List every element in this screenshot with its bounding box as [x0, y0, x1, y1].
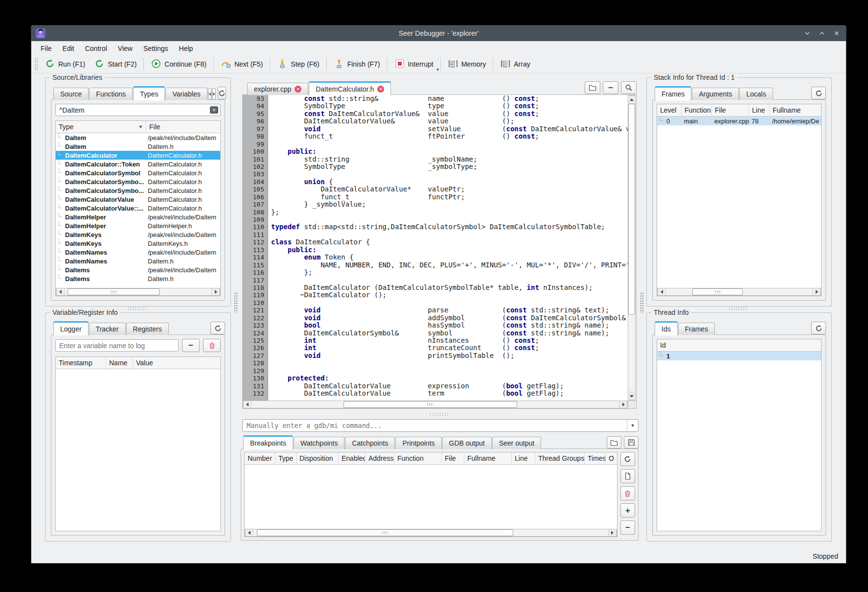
scroll-left-icon[interactable] — [243, 401, 251, 408]
column-header-id[interactable]: Id — [657, 339, 821, 351]
tab-functions[interactable]: Functions — [89, 88, 133, 100]
tab-close-icon[interactable]: ✕ — [295, 86, 301, 93]
frames-hscrollbar[interactable] — [657, 288, 821, 296]
maximize-icon[interactable] — [819, 30, 825, 37]
tab-scroll-right-icon[interactable] — [212, 88, 216, 100]
splitter-handle[interactable] — [234, 292, 238, 313]
refresh-button[interactable] — [811, 322, 826, 334]
types-row[interactable]: DaItems/peak/rel/include/DaItem — [56, 265, 220, 274]
types-row[interactable]: DaItemKeysDaItemKeys.h — [56, 239, 220, 248]
column-header-value[interactable]: Value — [133, 357, 220, 369]
splitter-handle[interactable] — [640, 292, 644, 313]
delete-breakpoint-button[interactable] — [620, 486, 635, 500]
types-row[interactable]: DaItemDaItem.h — [56, 142, 220, 151]
editor-tab-daitemcalculator-h[interactable]: DaItemCalculator.h✕ — [309, 81, 391, 95]
column-header-times[interactable]: Times — [585, 452, 606, 464]
types-row[interactable]: DaItemNamesDaItem.h — [56, 257, 220, 265]
column-header-file[interactable]: File — [146, 121, 220, 133]
code-view[interactable]: const std::string& name () const; Symbol… — [268, 95, 628, 401]
column-header-thread-groups[interactable]: Thread Groups — [535, 452, 585, 464]
editor-tab-explorer-cpp[interactable]: explorer.cpp✕ — [247, 83, 308, 95]
toolbar-drag-handle[interactable] — [34, 58, 38, 71]
column-header-name[interactable]: Name — [106, 357, 133, 369]
editor-vscrollbar[interactable] — [628, 95, 636, 401]
column-header-file[interactable]: File — [712, 104, 749, 116]
column-header-type[interactable]: Type▼ — [56, 121, 146, 133]
scroll-right-icon[interactable] — [619, 401, 627, 408]
clear-field-icon[interactable]: ✕ — [210, 106, 218, 114]
tab-logger[interactable]: Logger — [53, 321, 89, 335]
toolbar-button-start-f2[interactable]: Start (F2) — [90, 57, 141, 71]
column-header-timestamp[interactable]: Timestamp — [56, 357, 106, 369]
types-row[interactable]: DaItemHelper/peak/rel/include/DaItem — [56, 213, 220, 221]
refresh-button[interactable] — [210, 322, 225, 334]
refresh-button[interactable] — [811, 87, 826, 99]
scroll-down-icon[interactable] — [628, 392, 635, 400]
tab-arguments[interactable]: Arguments — [692, 88, 739, 100]
types-row[interactable]: DaItemCalculatorSymbo...DaItemCalculator… — [56, 177, 220, 186]
tab-locals[interactable]: Locals — [739, 88, 773, 100]
column-header-type[interactable]: Type — [275, 452, 297, 464]
tab-watchpoints[interactable]: Watchpoints — [294, 437, 345, 449]
scroll-right-icon[interactable] — [211, 288, 220, 295]
column-header-enabled[interactable]: Enabled — [339, 452, 365, 464]
types-row[interactable]: DaItemKeys/peak/rel/include/DaItem — [56, 230, 220, 239]
scroll-right-icon[interactable] — [608, 529, 617, 536]
types-row[interactable]: DaItemCalculatorValue::...DaItemCalculat… — [56, 204, 220, 213]
menu-file[interactable]: File — [35, 41, 57, 55]
tab-printpoints[interactable]: Printpoints — [395, 437, 441, 449]
enable-breakpoint-button[interactable]: + — [620, 503, 635, 518]
scroll-thumb[interactable] — [257, 529, 513, 536]
thread-id-row[interactable]: 1 — [657, 352, 821, 360]
types-row[interactable]: DaItemHelperDaItemHelper.h — [56, 221, 220, 230]
column-header-address[interactable]: Address — [365, 452, 394, 464]
tab-tracker[interactable]: Tracker — [89, 323, 126, 335]
type-search-input[interactable] — [55, 104, 221, 116]
column-header-number[interactable]: Number — [245, 452, 275, 464]
open-file-button[interactable] — [585, 81, 600, 94]
column-header-file[interactable]: File — [442, 452, 464, 464]
column-header-function[interactable]: Function — [682, 104, 712, 116]
save-log-button[interactable] — [624, 436, 639, 449]
column-header-fullname[interactable]: Fullname — [464, 452, 512, 464]
open-log-folder-button[interactable] — [607, 436, 621, 449]
tab-breakpoints[interactable]: Breakpoints — [243, 435, 293, 450]
tab-frames[interactable]: Frames — [678, 323, 715, 335]
dropdown-arrow-icon[interactable]: ▼ — [627, 420, 638, 431]
types-row[interactable]: DaItem/peak/rel/include/DaItem — [56, 133, 220, 142]
toolbar-button-step-f6[interactable]: Step (F6) — [273, 57, 323, 71]
column-header-line[interactable]: Line — [749, 104, 770, 116]
splitter-handle[interactable] — [429, 412, 450, 416]
minimize-icon[interactable] — [804, 30, 811, 37]
search-text-button[interactable] — [621, 81, 637, 94]
types-row[interactable]: DaItemsDaItem.h — [56, 274, 220, 283]
scroll-thumb[interactable] — [343, 401, 517, 408]
disable-breakpoint-button[interactable]: − — [620, 521, 635, 535]
scroll-right-icon[interactable] — [812, 288, 821, 295]
dropdown-arrow-icon[interactable]: ▾ — [436, 67, 439, 72]
toolbar-button-array[interactable]: 033215350Array — [496, 57, 534, 71]
variable-name-input[interactable] — [55, 339, 179, 352]
gdb-command-input[interactable] — [243, 422, 627, 429]
menu-view[interactable]: View — [113, 41, 138, 55]
delete-variables-button[interactable] — [203, 339, 221, 352]
scroll-left-icon[interactable] — [56, 288, 65, 295]
types-row[interactable]: DaItemCalculatorSymbolDaItemCalculator.h — [56, 168, 220, 177]
scroll-left-icon[interactable] — [245, 529, 253, 536]
breakpoints-hscrollbar[interactable] — [245, 529, 617, 537]
tab-types[interactable]: Types — [133, 86, 165, 100]
add-breakpoint-button[interactable] — [620, 469, 635, 483]
tab-scroll-left-icon[interactable] — [208, 88, 212, 100]
tab-registers[interactable]: Registers — [126, 323, 169, 335]
column-header-line[interactable]: Line — [512, 452, 535, 464]
scroll-left-icon[interactable] — [658, 288, 666, 295]
column-header-disposition[interactable]: Disposition — [297, 452, 339, 464]
menu-settings[interactable]: Settings — [138, 41, 174, 55]
scroll-up-icon[interactable] — [628, 95, 635, 104]
tab-ids[interactable]: Ids — [655, 321, 678, 335]
toolbar-button-memory[interactable]: 110001101Memory — [443, 57, 491, 71]
column-header-function[interactable]: Function — [394, 452, 442, 464]
tab-variables[interactable]: Variables — [165, 88, 207, 100]
close-icon[interactable] — [833, 30, 840, 37]
remove-variable-button[interactable]: − — [182, 339, 200, 352]
